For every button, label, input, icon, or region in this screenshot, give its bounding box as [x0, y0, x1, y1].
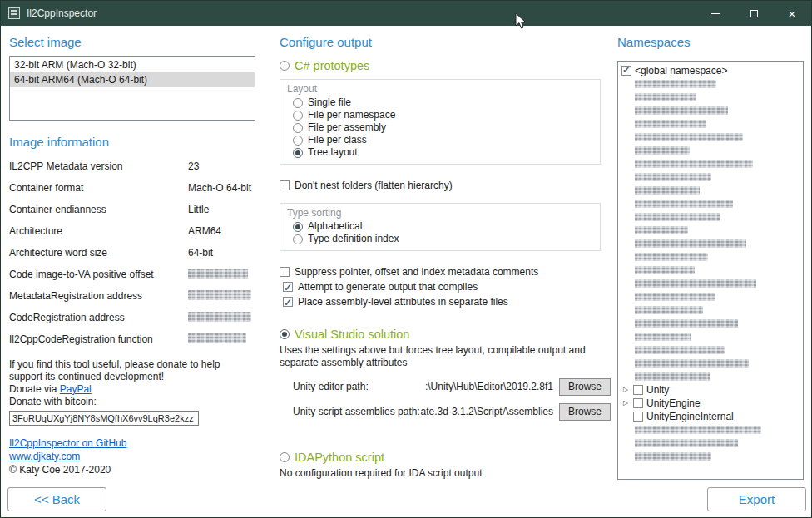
namespace-item-redacted[interactable] — [621, 77, 800, 91]
radio-icon — [293, 222, 303, 232]
redacted-label — [635, 226, 688, 234]
idapython-option[interactable]: IDAPython script — [280, 451, 611, 464]
namespace-item-redacted[interactable] — [621, 343, 800, 357]
idapython-radio[interactable] — [280, 452, 290, 462]
namespace-item-redacted[interactable] — [621, 184, 800, 197]
flatten-hierarchy-checkbox-row[interactable]: Don't nest folders (flatten hierarchy) — [280, 178, 611, 193]
namespace-item-redacted[interactable] — [621, 237, 800, 250]
browse-assemblies-button[interactable]: Browse — [559, 403, 611, 421]
back-button[interactable]: << Back — [7, 487, 106, 511]
namespace-item-unityengineinternal[interactable]: UnityEngineInternal — [621, 410, 800, 423]
checkbox-icon[interactable] — [633, 398, 643, 408]
radio-icon — [293, 111, 303, 121]
namespace-item-redacted[interactable] — [621, 91, 800, 104]
redacted-label — [635, 266, 695, 274]
redacted-label — [635, 186, 700, 195]
namespace-item-redacted[interactable] — [621, 370, 800, 383]
namespace-item-redacted[interactable] — [621, 277, 800, 290]
idapython-description: No configuration required for IDA script… — [280, 467, 611, 480]
namespace-item-redacted[interactable] — [621, 437, 800, 450]
namespace-item-redacted[interactable] — [621, 224, 800, 237]
expander-icon[interactable]: ▷ — [621, 383, 630, 397]
namespace-item-redacted[interactable] — [621, 290, 800, 303]
expander-icon[interactable]: ▷ — [621, 397, 630, 410]
sorting-option-type-definition-index[interactable]: Type definition index — [287, 233, 593, 245]
unity-script-assemblies-path-row: Unity script assemblies path: ate.3d-3.1… — [280, 402, 611, 421]
export-button[interactable]: Export — [707, 487, 806, 511]
checkbox-icon[interactable] — [633, 412, 643, 422]
image-info-table: IL2CPP Metadata version23 Container form… — [9, 160, 255, 355]
csharp-prototypes-option[interactable]: C# prototypes — [280, 59, 611, 72]
layout-option-single-file[interactable]: Single file — [287, 96, 593, 109]
namespace-item-redacted[interactable] — [621, 157, 800, 170]
unity-editor-path-value[interactable]: :\Unity\Hub\Editor\2019.2.8f1 — [369, 381, 559, 392]
compilable-output-checkbox-row[interactable]: Attempt to generate output that compiles — [283, 279, 611, 294]
namespace-item-global[interactable]: <global namespace> — [621, 64, 800, 77]
donate-via-text: Donate via — [9, 383, 60, 395]
redacted-label — [635, 333, 691, 341]
website-link[interactable]: www.djkaty.com — [9, 450, 255, 463]
redacted-namespace-group — [621, 77, 800, 383]
separate-attribute-files-checkbox-row[interactable]: Place assembly-level attributes in separ… — [283, 294, 611, 309]
minimize-button[interactable] — [696, 1, 735, 26]
info-row: Architecture word size64-bit — [9, 247, 255, 269]
maximize-button[interactable] — [735, 1, 773, 26]
checkbox-icon[interactable] — [621, 66, 631, 76]
unity-script-assemblies-value[interactable]: ate.3d-3.1.2\ScriptAssemblies — [420, 406, 559, 417]
namespaces-list[interactable]: <global namespace> ▷ Unity ▷ UnityEngine… — [617, 61, 804, 480]
layout-option-file-per-namespace[interactable]: File per namespace — [287, 109, 593, 121]
layout-option-file-per-class[interactable]: File per class — [287, 134, 593, 146]
redacted-label — [635, 106, 728, 115]
image-option-32bit-arm[interactable]: 32-bit ARM (Mach-O 32-bit) — [10, 57, 255, 72]
csharp-prototypes-radio[interactable] — [280, 61, 290, 71]
image-option-64bit-arm64[interactable]: 64-bit ARM64 (Mach-O 64-bit) — [10, 72, 255, 87]
info-value: Little — [188, 204, 255, 215]
radio-icon — [293, 234, 303, 244]
redacted-label — [635, 279, 756, 288]
donate-section: If you find this tool useful, please don… — [9, 358, 255, 426]
redacted-label — [635, 426, 761, 434]
bitcoin-address-input[interactable] — [9, 411, 199, 426]
footer-links: Il2CppInspector on GitHub www.djkaty.com… — [9, 437, 255, 476]
redacted-label — [635, 200, 733, 208]
namespace-item-redacted[interactable] — [621, 423, 800, 437]
type-sorting-group-label: Type sorting — [287, 207, 593, 220]
redacted-label — [635, 80, 716, 88]
namespace-item-redacted[interactable] — [621, 303, 800, 317]
namespace-item-redacted[interactable] — [621, 104, 800, 117]
namespace-item-unity[interactable]: ▷ Unity — [621, 383, 800, 397]
namespace-item-redacted[interactable] — [621, 357, 800, 370]
namespace-item-redacted[interactable] — [621, 197, 800, 210]
checkbox-icon[interactable] — [633, 385, 643, 395]
github-link[interactable]: Il2CppInspector on GitHub — [9, 437, 255, 450]
namespace-item-redacted[interactable] — [621, 317, 800, 330]
close-button[interactable]: × — [773, 1, 811, 26]
layout-option-tree-layout[interactable]: Tree layout — [287, 146, 593, 159]
namespace-item-redacted[interactable] — [621, 144, 800, 157]
visual-studio-option[interactable]: Visual Studio solution — [280, 328, 611, 341]
select-image-heading: Select image — [9, 34, 255, 51]
visual-studio-radio[interactable] — [280, 329, 290, 339]
maximize-icon — [750, 10, 758, 17]
namespace-item-redacted[interactable] — [621, 210, 800, 224]
visual-studio-description: Uses the settings above but forces tree … — [280, 344, 606, 369]
namespace-item-redacted[interactable] — [621, 131, 800, 144]
suppress-metadata-comments-checkbox-row[interactable]: Suppress pointer, offset and index metad… — [280, 264, 611, 279]
namespace-item-redacted[interactable] — [621, 264, 800, 277]
sorting-option-alphabetical[interactable]: Alphabetical — [287, 220, 593, 233]
image-listbox[interactable]: 32-bit ARM (Mach-O 32-bit) 64-bit ARM64 … — [9, 56, 255, 121]
namespace-item-redacted[interactable] — [621, 117, 800, 131]
namespace-item-unityengine[interactable]: ▷ UnityEngine — [621, 397, 800, 410]
layout-option-file-per-assembly[interactable]: File per assembly — [287, 121, 593, 134]
window-title: Il2CppInspector — [27, 7, 97, 19]
unity-editor-path-row: Unity editor path: :\Unity\Hub\Editor\20… — [280, 377, 611, 396]
paypal-link[interactable]: PayPal — [60, 383, 92, 395]
idapython-section: IDAPython script No configuration requir… — [280, 451, 611, 480]
namespace-item-redacted[interactable] — [621, 250, 800, 264]
namespace-item-redacted[interactable] — [621, 450, 800, 463]
redacted-value — [188, 333, 246, 343]
namespace-item-redacted[interactable] — [621, 330, 800, 343]
info-row: CodeRegistration address — [9, 312, 255, 333]
browse-editor-button[interactable]: Browse — [559, 378, 611, 396]
namespace-item-redacted[interactable] — [621, 170, 800, 184]
